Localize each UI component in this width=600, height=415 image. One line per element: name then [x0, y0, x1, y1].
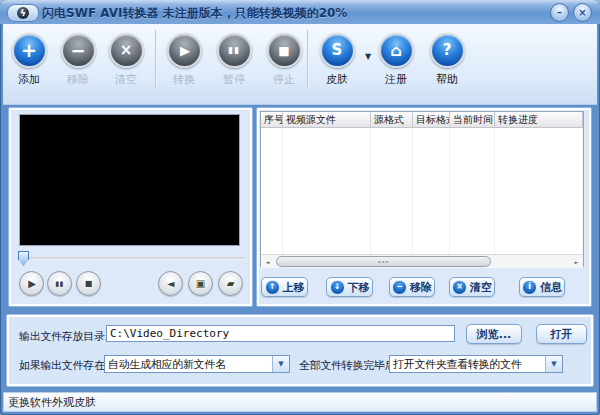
player-volume-button[interactable]: ◄	[158, 271, 183, 296]
if-exists-select[interactable]: 自动生成相应的新文件名 ▼	[104, 355, 290, 373]
table-gridline	[450, 128, 495, 254]
app-window: ϟ 闪电SWF AVI转换器 未注册版本，只能转换视频的20% – × + 添加…	[0, 0, 600, 415]
skin-button-label: 皮肤	[326, 72, 348, 87]
arrow-down-icon: ↓	[330, 280, 345, 295]
clear-button[interactable]: × 清空	[103, 33, 149, 87]
column-header-target-format[interactable]: 目标格式	[413, 112, 450, 127]
stop-icon: ■	[267, 33, 302, 68]
statusbar: 更换软件外观皮肤	[3, 392, 597, 412]
minus-icon: −	[392, 280, 407, 295]
output-directory-label: 输出文件存放目录:	[19, 329, 108, 344]
preview-panel: ▶ ▮▮ ■ ◄ ▣ ▰	[8, 107, 253, 307]
convert-button[interactable]: ▶ 转换	[161, 33, 207, 87]
browse-label: 浏览...	[477, 327, 512, 342]
open-button[interactable]: 打开	[536, 324, 587, 344]
x-icon: ×	[452, 280, 467, 295]
after-convert-select[interactable]: 打开文件夹查看转换的文件 ▼	[389, 355, 563, 373]
player-open-folder-button[interactable]: ▰	[218, 271, 243, 296]
column-header-source-format[interactable]: 源格式	[371, 112, 413, 127]
remove-button[interactable]: − 移除	[55, 33, 101, 87]
help-button-label: 帮助	[436, 72, 458, 87]
info-button[interactable]: i 信息	[519, 277, 565, 297]
info-label: 信息	[540, 280, 562, 295]
list-clear-label: 清空	[470, 280, 492, 295]
clear-button-label: 清空	[115, 72, 137, 87]
table-header-row: 序号 视频源文件 源格式 目标格式 当前时间 转换进度	[261, 112, 583, 128]
home-icon: ⌂	[379, 33, 414, 68]
column-header-progress[interactable]: 转换进度	[495, 112, 583, 127]
table-gridline	[371, 128, 413, 254]
arrow-up-icon: ↑	[265, 280, 280, 295]
register-button[interactable]: ⌂ 注册	[373, 33, 419, 87]
skin-button[interactable]: S 皮肤	[314, 33, 360, 87]
list-clear-button[interactable]: × 清空	[449, 277, 495, 297]
window-title: 闪电SWF AVI转换器 未注册版本，只能转换视频的20%	[42, 5, 347, 22]
list-remove-label: 移除	[410, 280, 432, 295]
player-play-button[interactable]: ▶	[19, 271, 44, 296]
remove-button-label: 移除	[67, 72, 89, 87]
column-header-source-file[interactable]: 视频源文件	[283, 112, 371, 127]
table-gridline	[495, 128, 583, 254]
register-button-label: 注册	[385, 72, 407, 87]
scroll-right-arrow-icon[interactable]: ►	[570, 255, 583, 268]
stop-icon: ■	[85, 279, 93, 288]
minimize-button[interactable]: –	[550, 3, 569, 22]
column-header-current-time[interactable]: 当前时间	[450, 112, 495, 127]
seek-slider-track[interactable]	[17, 257, 246, 260]
snapshot-icon: ▣	[196, 278, 205, 289]
info-icon: i	[522, 280, 537, 295]
player-snapshot-button[interactable]: ▣	[188, 271, 213, 296]
if-exists-label: 如果输出文件存在:	[19, 358, 108, 373]
column-header-index[interactable]: 序号	[261, 112, 283, 127]
move-up-button[interactable]: ↑ 上移	[261, 277, 308, 297]
table-gridline	[413, 128, 450, 254]
open-label: 打开	[551, 327, 573, 342]
move-down-button[interactable]: ↓ 下移	[326, 277, 373, 297]
app-logo-icon[interactable]: ϟ	[7, 4, 39, 22]
chevron-down-icon[interactable]: ▼	[272, 356, 289, 372]
output-directory-input[interactable]	[106, 325, 455, 342]
move-down-label: 下移	[348, 280, 370, 295]
toolbar-separator	[307, 30, 308, 88]
scroll-left-arrow-icon[interactable]: ◄	[261, 255, 274, 268]
stop-button[interactable]: ■ 停止	[261, 33, 307, 87]
horizontal-scrollbar[interactable]: ◄ ▪▪▪ ►	[261, 254, 583, 268]
seek-slider-thumb[interactable]	[18, 251, 29, 266]
lightning-icon: ϟ	[17, 7, 29, 19]
x-icon: ×	[109, 33, 144, 68]
file-list-panel: 序号 视频源文件 源格式 目标格式 当前时间 转换进度 ◄ ▪▪▪	[256, 107, 592, 307]
if-exists-value: 自动生成相应的新文件名	[105, 357, 272, 372]
play-icon: ▶	[27, 278, 36, 289]
pause-button[interactable]: ▮▮ 暂停	[211, 33, 257, 87]
skin-icon: S	[320, 33, 355, 68]
help-button[interactable]: ? 帮助	[424, 33, 470, 87]
scrollbar-thumb[interactable]: ▪▪▪	[276, 256, 491, 267]
pause-icon: ▮▮	[55, 280, 64, 288]
after-convert-value: 打开文件夹查看转换的文件	[390, 357, 545, 372]
table-gridline	[261, 128, 283, 254]
toolbar-separator	[155, 30, 156, 88]
video-preview	[19, 114, 240, 246]
seek-slider[interactable]	[17, 251, 246, 265]
table-body-empty[interactable]	[261, 128, 583, 254]
skin-dropdown-arrow-icon[interactable]: ▼	[365, 52, 371, 61]
add-button[interactable]: + 添加	[6, 33, 52, 87]
minus-icon: −	[61, 33, 96, 68]
browse-button[interactable]: 浏览...	[466, 324, 522, 344]
pause-icon: ▮▮	[217, 33, 252, 68]
player-stop-button[interactable]: ■	[76, 271, 101, 296]
scrollbar-track[interactable]: ▪▪▪	[274, 255, 570, 268]
chevron-down-icon[interactable]: ▼	[545, 356, 562, 372]
minimize-icon: –	[557, 8, 562, 18]
file-table[interactable]: 序号 视频源文件 源格式 目标格式 当前时间 转换进度 ◄ ▪▪▪	[260, 111, 584, 267]
speaker-icon: ◄	[167, 278, 175, 289]
convert-button-label: 转换	[173, 72, 195, 87]
output-settings-group: 输出文件存放目录: 浏览... 打开 如果输出文件存在: 自动生成相应的新文件名…	[6, 314, 594, 387]
list-remove-button[interactable]: − 移除	[389, 277, 435, 297]
player-pause-button[interactable]: ▮▮	[47, 271, 72, 296]
close-button[interactable]: ×	[573, 3, 592, 22]
after-convert-label: 全部文件转换完毕后:	[299, 358, 399, 373]
pause-button-label: 暂停	[223, 72, 245, 87]
toolbar: + 添加 − 移除 × 清空 ▶ 转换 ▮▮ 暂停 ■ 停止 S 皮肤 ▼	[3, 24, 597, 105]
window-controls: – ×	[550, 3, 592, 22]
